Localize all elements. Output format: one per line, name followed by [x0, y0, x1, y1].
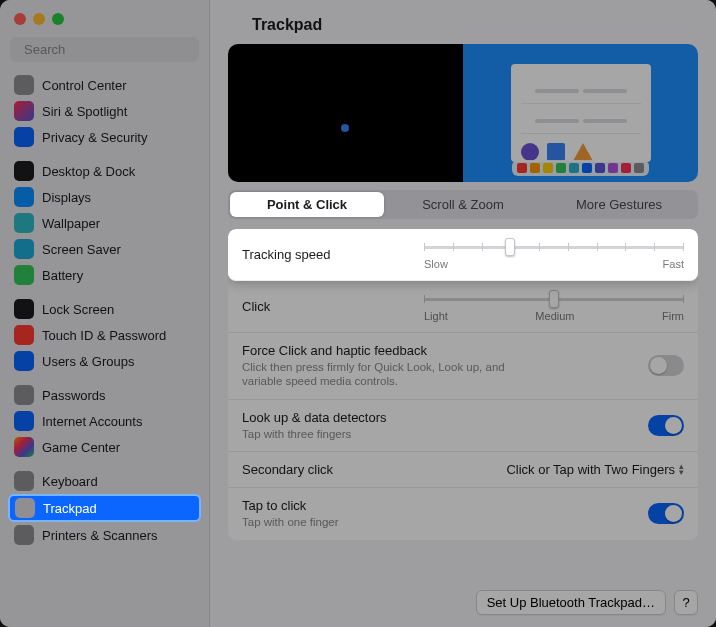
- palette-swatch: [543, 163, 553, 173]
- window-controls: [8, 10, 201, 35]
- slider-min-label: Light: [424, 310, 448, 322]
- wallpaper-icon: [14, 213, 34, 233]
- sidebar-item-label: Desktop & Dock: [42, 164, 135, 179]
- palette-swatch: [556, 163, 566, 173]
- preview-document-area: [463, 44, 698, 182]
- force-click-toggle[interactable]: [648, 355, 684, 376]
- circle-shape: [521, 143, 539, 161]
- lookup-toggle[interactable]: [648, 415, 684, 436]
- force-click-row: Force Click and haptic feedback Click th…: [228, 333, 698, 400]
- sidebar-item-lock-screen[interactable]: Lock Screen: [8, 296, 201, 322]
- tab-more-gestures[interactable]: More Gestures: [542, 192, 696, 217]
- sidebar-item-desktop-dock[interactable]: Desktop & Dock: [8, 158, 201, 184]
- chevron-updown-icon: ▴▾: [679, 464, 684, 475]
- zoom-button[interactable]: [52, 13, 64, 25]
- sidebar-item-battery[interactable]: Battery: [8, 262, 201, 288]
- palette-swatch: [595, 163, 605, 173]
- sidebar-item-printers-scanners[interactable]: Printers & Scanners: [8, 522, 201, 548]
- sidebar-item-internet-accounts[interactable]: Internet Accounts: [8, 408, 201, 434]
- slider-thumb[interactable]: [549, 290, 559, 308]
- sidebar-item-privacy-security[interactable]: Privacy & Security: [8, 124, 201, 150]
- palette-swatch: [569, 163, 579, 173]
- siri-icon: [14, 101, 34, 121]
- sample-document: [511, 64, 651, 162]
- search-input[interactable]: [24, 42, 192, 57]
- force-click-sub: Click then press firmly for Quick Look, …: [242, 360, 542, 389]
- trackpad-preview: [228, 44, 698, 182]
- sidebar-item-screen-saver[interactable]: Screen Saver: [8, 236, 201, 262]
- tap-to-click-sub: Tap with one finger: [242, 515, 339, 529]
- triangle-shape: [573, 143, 593, 161]
- sidebar-item-label: Printers & Scanners: [42, 528, 158, 543]
- click-label: Click: [242, 299, 270, 314]
- sidebar-item-label: Trackpad: [43, 501, 97, 516]
- palette-swatch: [621, 163, 631, 173]
- sidebar-item-game-center[interactable]: Game Center: [8, 434, 201, 460]
- secondary-click-dropdown[interactable]: Click or Tap with Two Fingers ▴▾: [506, 462, 684, 477]
- screensaver-icon: [14, 239, 34, 259]
- tracking-speed-label: Tracking speed: [242, 247, 330, 262]
- sidebar-item-label: Wallpaper: [42, 216, 100, 231]
- palette-swatch: [582, 163, 592, 173]
- sidebar-item-wallpaper[interactable]: Wallpaper: [8, 210, 201, 236]
- sidebar-item-label: Lock Screen: [42, 302, 114, 317]
- displays-icon: [14, 187, 34, 207]
- click-pressure-row: Click Light Medium Firm: [228, 281, 698, 333]
- tap-to-click-row: Tap to click Tap with one finger: [228, 488, 698, 539]
- slider-thumb[interactable]: [505, 238, 515, 256]
- main-pane: Trackpad: [210, 0, 716, 627]
- setup-bluetooth-button[interactable]: Set Up Bluetooth Trackpad…: [476, 590, 666, 615]
- sidebar-item-label: Privacy & Security: [42, 130, 147, 145]
- sidebar-item-passwords[interactable]: Passwords: [8, 382, 201, 408]
- key-icon: [14, 385, 34, 405]
- sidebar-item-keyboard[interactable]: Keyboard: [8, 468, 201, 494]
- palette-swatch: [608, 163, 618, 173]
- close-button[interactable]: [14, 13, 26, 25]
- cursor-dot: [341, 124, 349, 132]
- secondary-click-label: Secondary click: [242, 462, 333, 477]
- sidebar-item-users-groups[interactable]: Users & Groups: [8, 348, 201, 374]
- sidebar: Control CenterSiri & SpotlightPrivacy & …: [0, 0, 210, 627]
- force-click-label: Force Click and haptic feedback: [242, 343, 542, 358]
- desktop-icon: [14, 161, 34, 181]
- sidebar-item-touch-id-password[interactable]: Touch ID & Password: [8, 322, 201, 348]
- users-icon: [14, 351, 34, 371]
- at-icon: [14, 411, 34, 431]
- help-button[interactable]: ?: [674, 590, 698, 615]
- sidebar-item-label: Users & Groups: [42, 354, 134, 369]
- search-field[interactable]: [10, 37, 199, 62]
- slider-min-label: Slow: [424, 258, 448, 270]
- lookup-sub: Tap with three fingers: [242, 427, 387, 441]
- sidebar-item-label: Internet Accounts: [42, 414, 142, 429]
- sidebar-item-label: Siri & Spotlight: [42, 104, 127, 119]
- sidebar-item-trackpad[interactable]: Trackpad: [8, 494, 201, 522]
- click-pressure-slider[interactable]: [424, 291, 684, 307]
- sidebar-item-siri-spotlight[interactable]: Siri & Spotlight: [8, 98, 201, 124]
- sidebar-item-label: Touch ID & Password: [42, 328, 166, 343]
- tracking-speed-row: Tracking speed Slow Fast: [228, 229, 698, 281]
- sidebar-item-label: Displays: [42, 190, 91, 205]
- sidebar-item-label: Game Center: [42, 440, 120, 455]
- sidebar-item-displays[interactable]: Displays: [8, 184, 201, 210]
- sidebar-item-label: Battery: [42, 268, 83, 283]
- square-shape: [547, 143, 565, 161]
- fingerprint-icon: [14, 325, 34, 345]
- printer-icon: [14, 525, 34, 545]
- sidebar-item-label: Keyboard: [42, 474, 98, 489]
- tracking-speed-slider[interactable]: [424, 239, 684, 255]
- control-center-icon: [14, 75, 34, 95]
- sidebar-item-label: Screen Saver: [42, 242, 121, 257]
- settings-list: Tracking speed Slow Fast Click: [228, 229, 698, 540]
- tab-scroll-zoom[interactable]: Scroll & Zoom: [386, 192, 540, 217]
- minimize-button[interactable]: [33, 13, 45, 25]
- sidebar-item-control-center[interactable]: Control Center: [8, 72, 201, 98]
- slider-max-label: Firm: [662, 310, 684, 322]
- tab-point-click[interactable]: Point & Click: [230, 192, 384, 217]
- tap-to-click-toggle[interactable]: [648, 503, 684, 524]
- sidebar-item-label: Passwords: [42, 388, 106, 403]
- tab-bar: Point & ClickScroll & ZoomMore Gestures: [228, 190, 698, 219]
- keyboard-icon: [14, 471, 34, 491]
- palette-swatch: [517, 163, 527, 173]
- tap-to-click-label: Tap to click: [242, 498, 339, 513]
- secondary-click-row: Secondary click Click or Tap with Two Fi…: [228, 452, 698, 488]
